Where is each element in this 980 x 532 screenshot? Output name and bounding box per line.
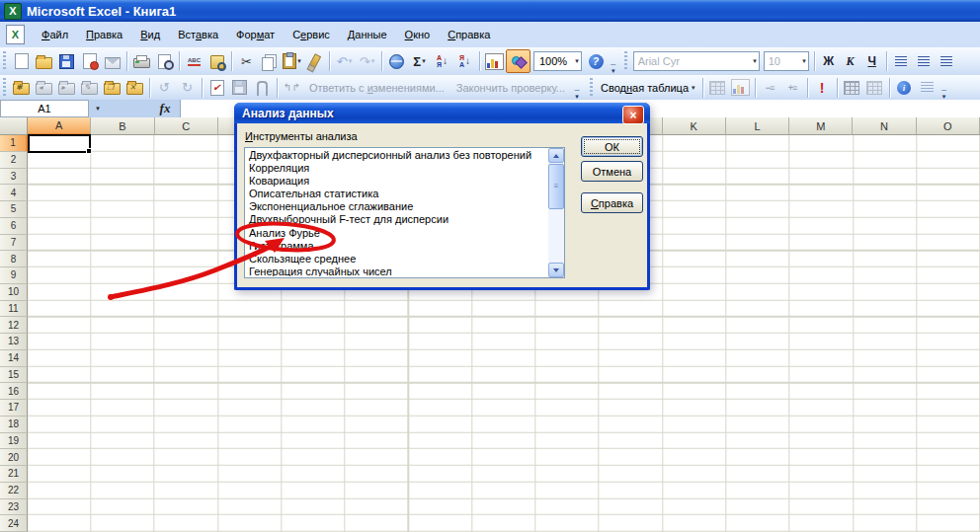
row-header-3[interactable]: 3	[0, 169, 28, 186]
show-detail-icon[interactable]: +≡	[781, 77, 804, 99]
zoom-select[interactable]: 100%▾	[533, 51, 582, 71]
sort-ascending-icon[interactable]: АЯ↓	[431, 50, 453, 72]
analysis-tool-item[interactable]: Описательная статистика	[246, 188, 547, 200]
analysis-tool-item[interactable]: Двухфакторный дисперсионный анализ без п…	[246, 149, 547, 162]
reply-with-changes-button[interactable]: Ответить с изменениями...	[303, 82, 450, 94]
toolbar-grip[interactable]	[623, 51, 628, 71]
align-left-icon[interactable]	[890, 50, 913, 72]
pivot-chart-icon[interactable]	[706, 77, 729, 99]
analysis-tool-item[interactable]: Экспоненциальное сглаживание	[246, 200, 547, 213]
toolbar-grip[interactable]	[2, 51, 7, 71]
analysis-tool-item[interactable]: Ковариация	[246, 175, 547, 188]
selected-cell-a1[interactable]	[28, 134, 91, 153]
dialog-title-bar[interactable]: Анализ данных	[234, 103, 650, 123]
column-header-l[interactable]: L	[726, 117, 789, 135]
open-icon[interactable]	[33, 50, 55, 72]
attachment-icon[interactable]	[251, 77, 274, 99]
menu-tools[interactable]: Сервис	[284, 25, 339, 44]
analysis-tools-listbox[interactable]: Двухфакторный дисперсионный анализ без п…	[244, 147, 565, 278]
row-header-6[interactable]: 6	[0, 218, 28, 235]
scroll-down-icon[interactable]	[548, 263, 564, 277]
format-painter-icon[interactable]	[303, 50, 326, 72]
toolbar-options-chevron[interactable]: ‾‾▾	[939, 74, 950, 101]
row-header-12[interactable]: 12	[0, 317, 28, 334]
analysis-tool-item[interactable]: Корреляция	[246, 162, 547, 175]
menu-window[interactable]: Окно	[396, 25, 440, 44]
help-button[interactable]: Справка	[581, 192, 643, 213]
column-header-b[interactable]: B	[91, 117, 154, 135]
previous-folder-icon[interactable]: ◂	[33, 77, 55, 99]
column-header-c[interactable]: C	[155, 117, 218, 135]
undo-review-icon[interactable]: ↺	[153, 77, 176, 99]
hyperlink-icon[interactable]	[385, 50, 408, 72]
menu-view[interactable]: Вид	[131, 25, 169, 44]
cut-icon[interactable]: ✂	[235, 50, 258, 72]
toolbar-grip[interactable]	[589, 78, 594, 98]
analysis-tool-item[interactable]: Двухвыборочный F-тест для дисперсии	[246, 213, 547, 226]
folders-icon[interactable]: ❐	[101, 77, 123, 99]
print-preview-icon[interactable]	[153, 50, 176, 72]
align-center-icon[interactable]	[913, 50, 936, 72]
edit-message-icon[interactable]: ✎	[78, 77, 101, 99]
row-header-14[interactable]: 14	[0, 350, 28, 367]
toolbar-grip[interactable]	[2, 78, 7, 98]
pivot-table-menu-button[interactable]: Сводная таблица	[597, 82, 691, 94]
row-header-22[interactable]: 22	[0, 483, 28, 499]
menu-help[interactable]: Справка	[439, 25, 499, 44]
row-header-9[interactable]: 9	[0, 267, 28, 284]
font-size-select[interactable]: 10▾	[764, 51, 809, 71]
menu-insert[interactable]: Вставка	[169, 25, 227, 44]
row-header-1[interactable]: 1	[0, 135, 28, 152]
include-hidden-items-icon[interactable]	[841, 77, 863, 99]
permission-icon[interactable]	[78, 50, 101, 72]
always-display-items-icon[interactable]	[863, 77, 886, 99]
copy-icon[interactable]	[258, 50, 281, 72]
field-settings-icon[interactable]: i	[893, 77, 916, 99]
underline-button[interactable]: Ч	[861, 51, 883, 71]
row-header-13[interactable]: 13	[0, 334, 28, 350]
analysis-tool-item[interactable]: Скользящее среднее	[246, 253, 547, 266]
menu-edit[interactable]: Правка	[77, 25, 131, 44]
reply-arrows-icon[interactable]: ↰↱	[281, 77, 303, 99]
drawing-icon[interactable]	[506, 49, 531, 73]
delete-folder-icon[interactable]: ✕	[123, 77, 146, 99]
name-box-dropdown-icon[interactable]: ▾	[89, 100, 107, 117]
help-icon[interactable]: ?	[585, 50, 608, 72]
scroll-up-icon[interactable]	[548, 148, 564, 163]
row-header-2[interactable]: 2	[0, 152, 28, 169]
refresh-data-icon[interactable]: !	[811, 77, 834, 99]
end-review-button[interactable]: Закончить проверку...	[450, 82, 571, 94]
toolbar-options-chevron[interactable]: ‾‾▾	[571, 74, 583, 101]
row-header-21[interactable]: 21	[0, 466, 28, 483]
scrollbar-thumb[interactable]: ≡	[548, 164, 564, 209]
font-name-select[interactable]: Arial Cyr▾	[633, 51, 760, 71]
menu-file[interactable]: Файл	[33, 25, 77, 44]
row-header-15[interactable]: 15	[0, 367, 28, 384]
row-header-8[interactable]: 8	[0, 251, 28, 267]
bold-button[interactable]: Ж	[818, 51, 840, 71]
italic-button[interactable]: К	[840, 51, 861, 71]
row-header-24[interactable]: 24	[0, 515, 28, 532]
column-header-a[interactable]: A	[28, 117, 91, 135]
menu-format[interactable]: Формат	[227, 25, 284, 44]
row-header-20[interactable]: 20	[0, 449, 28, 466]
field-list-icon[interactable]	[916, 77, 939, 99]
column-header-k[interactable]: K	[663, 117, 726, 135]
analysis-tool-item[interactable]: Гистограмма	[246, 240, 547, 253]
cancel-button[interactable]: Отмена	[581, 161, 643, 182]
row-header-5[interactable]: 5	[0, 201, 28, 218]
align-right-icon[interactable]	[936, 50, 958, 72]
autosum-icon[interactable]: Σ▾	[408, 50, 431, 72]
analysis-tool-item[interactable]: Генерация случайных чисел	[246, 266, 547, 276]
email-icon[interactable]	[101, 50, 123, 72]
row-header-17[interactable]: 17	[0, 400, 28, 417]
save-version-icon[interactable]	[228, 77, 251, 99]
close-icon[interactable]: ×	[622, 106, 644, 124]
new-folder-icon[interactable]: ✱	[10, 77, 33, 99]
pivot-wizard-icon[interactable]	[729, 77, 752, 99]
column-header-n[interactable]: N	[853, 117, 916, 135]
column-header-o[interactable]: O	[917, 117, 980, 135]
research-icon[interactable]	[205, 50, 228, 72]
select-all-corner[interactable]	[0, 117, 28, 135]
redo-icon[interactable]: ↷▾	[356, 50, 378, 72]
